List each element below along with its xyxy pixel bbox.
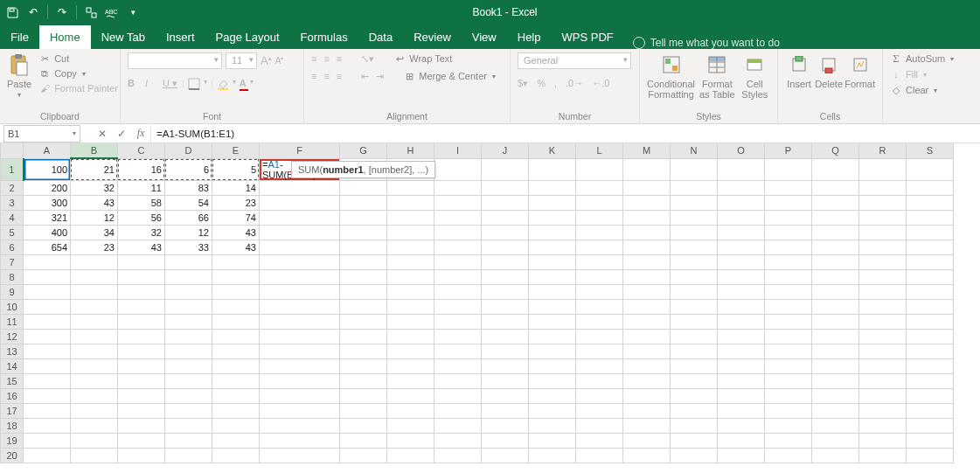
cell-F15[interactable] [260, 373, 340, 388]
cell-F6[interactable] [260, 240, 340, 254]
cell-L1[interactable] [576, 158, 623, 180]
qat-customize-icon[interactable]: ▾ [126, 5, 140, 19]
cell-E1[interactable]: 5 [212, 158, 260, 180]
cell-O7[interactable] [718, 254, 765, 269]
cell-A18[interactable] [24, 418, 71, 433]
cell-E16[interactable] [212, 388, 260, 403]
cell-H19[interactable] [387, 433, 434, 448]
redo-icon[interactable]: ↷ [55, 5, 69, 19]
cell-L2[interactable] [576, 180, 623, 195]
row-header-16[interactable]: 16 [1, 388, 24, 403]
cell-C1[interactable]: 16 [118, 158, 165, 180]
cell-O16[interactable] [718, 388, 765, 403]
cell-Q5[interactable] [812, 225, 859, 240]
cell-J18[interactable] [482, 418, 529, 433]
cell-P5[interactable] [765, 225, 812, 240]
cell-Q1[interactable] [812, 158, 859, 180]
cell-N17[interactable] [671, 403, 718, 418]
wrap-text-button[interactable]: ↩Wrap Text [393, 52, 452, 65]
cell-I14[interactable] [434, 358, 482, 373]
touch-mode-icon[interactable] [84, 5, 98, 19]
fill-color-button[interactable] [217, 78, 229, 90]
cell-I17[interactable] [434, 403, 482, 418]
cell-R16[interactable] [859, 388, 907, 403]
cell-Q18[interactable] [812, 418, 859, 433]
cell-O14[interactable] [718, 358, 765, 373]
tab-view[interactable]: View [462, 25, 507, 49]
cell-S7[interactable] [907, 254, 954, 269]
cell-S9[interactable] [907, 284, 954, 299]
cell-N16[interactable] [671, 388, 718, 403]
cell-B9[interactable] [71, 284, 118, 299]
cell-H7[interactable] [387, 254, 434, 269]
cell-S4[interactable] [907, 210, 954, 225]
cell-B11[interactable] [71, 314, 118, 329]
cell-O19[interactable] [718, 433, 765, 448]
align-left-icon[interactable]: ≡ [311, 71, 316, 81]
cell-S2[interactable] [907, 180, 954, 195]
cell-I1[interactable] [434, 158, 482, 180]
cancel-formula-button[interactable]: ✕ [93, 128, 112, 140]
clear-button[interactable]: ◇Clear▾ [890, 84, 973, 96]
cell-Q10[interactable] [812, 299, 859, 314]
cell-D2[interactable]: 83 [165, 180, 212, 195]
cell-J13[interactable] [482, 344, 529, 358]
cell-A3[interactable]: 300 [24, 195, 71, 210]
row-header-1[interactable]: 1 [1, 158, 24, 180]
cell-L8[interactable] [576, 269, 623, 284]
cell-G18[interactable] [340, 418, 387, 433]
cell-C19[interactable] [118, 433, 165, 448]
cell-H16[interactable] [387, 388, 434, 403]
cell-D18[interactable] [165, 418, 212, 433]
cell-J11[interactable] [482, 314, 529, 329]
cell-G5[interactable] [340, 225, 387, 240]
cell-M13[interactable] [623, 344, 671, 358]
cell-G16[interactable] [340, 388, 387, 403]
cell-S20[interactable] [907, 448, 954, 463]
cell-Q8[interactable] [812, 269, 859, 284]
cell-B8[interactable] [71, 269, 118, 284]
cell-L13[interactable] [576, 344, 623, 358]
column-header-S[interactable]: S [907, 143, 954, 158]
cell-J7[interactable] [482, 254, 529, 269]
cell-P6[interactable] [765, 240, 812, 254]
cell-G10[interactable] [340, 299, 387, 314]
cell-Q14[interactable] [812, 358, 859, 373]
cell-N11[interactable] [671, 314, 718, 329]
cell-E4[interactable]: 74 [212, 210, 260, 225]
cell-N18[interactable] [671, 418, 718, 433]
cell-I2[interactable] [434, 180, 482, 195]
cell-S15[interactable] [907, 373, 954, 388]
cell-Q7[interactable] [812, 254, 859, 269]
cell-I13[interactable] [434, 344, 482, 358]
column-header-C[interactable]: C [118, 143, 165, 158]
cell-L11[interactable] [576, 314, 623, 329]
row-header-3[interactable]: 3 [1, 195, 24, 210]
tab-insert[interactable]: Insert [156, 25, 205, 49]
cell-C3[interactable]: 58 [118, 195, 165, 210]
cell-D6[interactable]: 33 [165, 240, 212, 254]
cell-P9[interactable] [765, 284, 812, 299]
column-header-A[interactable]: A [24, 143, 71, 158]
format-cells-button[interactable]: Format [844, 52, 875, 89]
cell-K5[interactable] [529, 225, 576, 240]
cell-B2[interactable]: 32 [71, 180, 118, 195]
cell-J4[interactable] [482, 210, 529, 225]
cell-A20[interactable] [24, 448, 71, 463]
cell-N6[interactable] [671, 240, 718, 254]
cell-S12[interactable] [907, 329, 954, 344]
cell-O18[interactable] [718, 418, 765, 433]
cell-P19[interactable] [765, 433, 812, 448]
cell-J5[interactable] [482, 225, 529, 240]
cell-M4[interactable] [623, 210, 671, 225]
tab-formulas[interactable]: Formulas [290, 25, 358, 49]
cell-Q12[interactable] [812, 329, 859, 344]
cell-F19[interactable] [260, 433, 340, 448]
cell-P2[interactable] [765, 180, 812, 195]
cell-A9[interactable] [24, 284, 71, 299]
row-header-19[interactable]: 19 [1, 433, 24, 448]
cell-S1[interactable] [907, 158, 954, 180]
column-header-F[interactable]: F [260, 143, 340, 158]
cell-B1[interactable]: 21 [71, 158, 118, 180]
cell-O2[interactable] [718, 180, 765, 195]
